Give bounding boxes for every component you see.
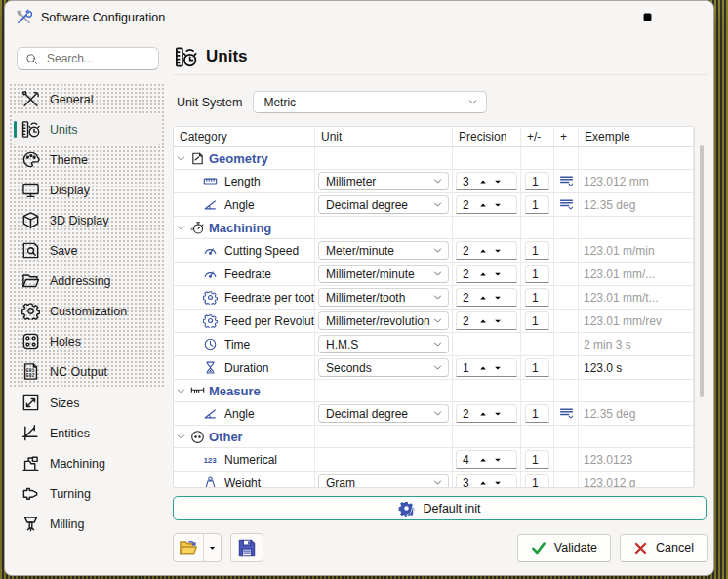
sidebar-item-general[interactable]: General bbox=[13, 84, 161, 114]
format-lines-icon[interactable] bbox=[559, 197, 574, 212]
expander-chevron-icon[interactable] bbox=[176, 386, 186, 396]
spin-down-button[interactable] bbox=[490, 406, 505, 422]
unit-select[interactable]: Decimal degree bbox=[318, 404, 449, 423]
category-cell-feedrate-per-tooth: Feedrate per tooth bbox=[174, 286, 315, 310]
precision-spinner[interactable]: 3 bbox=[456, 172, 517, 190]
increment-input[interactable]: 1 bbox=[525, 288, 549, 307]
table-scrollbar[interactable] bbox=[695, 126, 708, 488]
spin-up-button[interactable] bbox=[475, 197, 490, 213]
open-file-split-button[interactable] bbox=[173, 533, 222, 562]
chevron-down-icon bbox=[432, 477, 443, 488]
sidebar-item-display[interactable]: Display bbox=[13, 175, 161, 205]
increment-input[interactable]: 1 bbox=[525, 195, 549, 214]
precision-spinner[interactable]: 4 bbox=[456, 450, 517, 469]
spin-up-button[interactable] bbox=[475, 174, 490, 189]
unit-system-select[interactable]: Metric bbox=[253, 91, 487, 113]
unit-select[interactable]: Millimeter/tooth bbox=[318, 288, 449, 307]
maximize-button[interactable] bbox=[626, 1, 669, 33]
stopwatch-icon bbox=[190, 221, 205, 235]
format-lines-icon[interactable] bbox=[559, 174, 574, 188]
increment-input[interactable]: 1 bbox=[525, 450, 549, 469]
unit-select[interactable]: Meter/minute bbox=[318, 241, 449, 260]
milling-icon bbox=[21, 515, 40, 533]
spin-up-button[interactable] bbox=[475, 290, 490, 306]
sidebar-item-turning[interactable]: Turning bbox=[13, 478, 161, 509]
spin-down-button[interactable] bbox=[490, 267, 505, 282]
increment-input[interactable]: 1 bbox=[525, 474, 549, 488]
unit-select[interactable]: H.M.S bbox=[318, 335, 449, 353]
close-button[interactable] bbox=[669, 1, 713, 33]
spin-up-button[interactable] bbox=[475, 476, 490, 489]
increment-input[interactable]: 1 bbox=[525, 265, 549, 283]
precision-spinner[interactable]: 2 bbox=[456, 241, 517, 260]
unit-select[interactable]: Gram bbox=[318, 474, 449, 488]
sidebar-item-holes[interactable]: Holes bbox=[13, 326, 161, 356]
sidebar-item-label: NC Output bbox=[50, 365, 107, 379]
scrollbar-thumb[interactable] bbox=[700, 145, 704, 397]
sidebar-item-machining[interactable]: Machining bbox=[13, 448, 161, 478]
expander-chevron-icon[interactable] bbox=[176, 153, 186, 164]
sidebar-item-save[interactable]: Save bbox=[13, 235, 161, 266]
spin-down-button[interactable] bbox=[490, 476, 505, 489]
precision-spinner[interactable]: 2 bbox=[456, 404, 517, 423]
format-lines-icon[interactable] bbox=[559, 406, 574, 421]
category-label: Length bbox=[224, 175, 261, 188]
precision-spinner[interactable]: 2 bbox=[456, 195, 517, 214]
precision-spinner[interactable]: 2 bbox=[456, 311, 517, 330]
sidebar-item-sizes[interactable]: Sizes bbox=[13, 388, 161, 418]
increment-input[interactable]: 1 bbox=[525, 358, 549, 377]
sidebar-item-customization[interactable]: Customization bbox=[13, 296, 161, 326]
unit-select[interactable]: Millimeter/minute bbox=[318, 265, 449, 283]
unit-select[interactable]: Seconds bbox=[318, 358, 449, 377]
increment-input[interactable]: 1 bbox=[525, 404, 549, 423]
nc-output-icon: G01G02 bbox=[21, 362, 40, 381]
example-value: 2 min 3 s bbox=[579, 338, 631, 352]
minimize-button[interactable] bbox=[582, 1, 626, 33]
spin-down-button[interactable] bbox=[490, 360, 505, 376]
precision-spinner[interactable]: 1 bbox=[456, 358, 517, 377]
sidebar-item-theme[interactable]: Theme bbox=[13, 145, 161, 175]
spin-up-button[interactable] bbox=[475, 360, 490, 376]
increment-input[interactable]: 1 bbox=[525, 241, 549, 260]
sidebar-item-milling[interactable]: Milling bbox=[13, 509, 161, 539]
units-table-wrap: CategoryUnitPrecision+/-+ExempleGeometry… bbox=[173, 126, 695, 488]
spin-down-button[interactable] bbox=[490, 197, 505, 213]
ruler-clock-icon bbox=[175, 46, 197, 68]
cancel-button[interactable]: Cancel bbox=[620, 534, 708, 562]
open-file-button[interactable] bbox=[174, 534, 203, 561]
precision-spinner[interactable]: 2 bbox=[456, 288, 517, 307]
spin-down-button[interactable] bbox=[490, 313, 505, 329]
holes-icon bbox=[21, 332, 40, 351]
spin-up-button[interactable] bbox=[475, 267, 490, 282]
unit-select[interactable]: Millimeter/revolution bbox=[318, 311, 449, 330]
folder-open-icon bbox=[179, 538, 198, 558]
search-box[interactable] bbox=[17, 47, 159, 70]
increment-input[interactable]: 1 bbox=[525, 172, 549, 190]
sidebar-item-units[interactable]: Units bbox=[13, 114, 161, 145]
validate-button[interactable]: Validate bbox=[517, 534, 611, 562]
open-file-dropdown[interactable] bbox=[204, 534, 221, 561]
spin-up-button[interactable] bbox=[475, 452, 490, 468]
unit-select[interactable]: Decimal degree bbox=[318, 195, 449, 214]
precision-spinner[interactable]: 3 bbox=[456, 474, 517, 488]
sidebar-item-label: 3D Display bbox=[50, 214, 108, 227]
sidebar-item-entities[interactable]: Entities bbox=[13, 418, 161, 448]
default-init-button[interactable]: Default init bbox=[173, 496, 707, 520]
spin-up-button[interactable] bbox=[475, 406, 490, 422]
search-input[interactable] bbox=[45, 51, 150, 66]
sidebar-item-3d-display[interactable]: 3D Display bbox=[13, 205, 161, 235]
expander-chevron-icon[interactable] bbox=[176, 432, 186, 442]
sidebar-item-nc-output[interactable]: G01G02NC Output bbox=[13, 356, 161, 387]
precision-spinner[interactable]: 2 bbox=[456, 265, 517, 283]
save-file-button[interactable] bbox=[230, 533, 263, 562]
unit-select[interactable]: Millimeter bbox=[318, 172, 449, 190]
spin-down-button[interactable] bbox=[490, 452, 505, 468]
spin-up-button[interactable] bbox=[475, 313, 490, 329]
spin-down-button[interactable] bbox=[490, 243, 505, 259]
sidebar-item-addressing[interactable]: Addressing bbox=[13, 266, 161, 296]
spin-down-button[interactable] bbox=[490, 290, 505, 306]
spin-up-button[interactable] bbox=[475, 243, 490, 259]
increment-input[interactable]: 1 bbox=[525, 311, 549, 330]
expander-chevron-icon[interactable] bbox=[176, 223, 186, 233]
spin-down-button[interactable] bbox=[490, 174, 505, 189]
